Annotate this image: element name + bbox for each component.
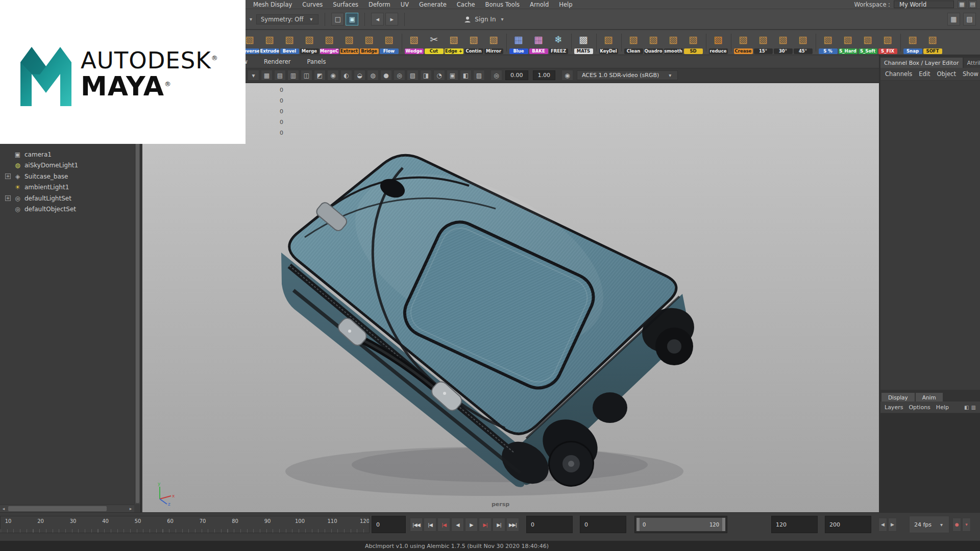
snap-icon[interactable]: ▸ bbox=[385, 13, 398, 26]
shelf-button[interactable]: ▧ Snap bbox=[903, 31, 922, 54]
menu-item[interactable]: Cache bbox=[452, 1, 480, 9]
shelf-button[interactable]: ▧ 15° bbox=[753, 31, 773, 54]
shelf-button[interactable]: ▧ S_Hard bbox=[838, 31, 857, 54]
shelf-button[interactable]: ✂ Cut bbox=[424, 31, 444, 54]
shelf-button[interactable]: ▧ Bridge bbox=[359, 31, 379, 54]
shelf-button[interactable]: ▦ BAKE bbox=[529, 31, 548, 54]
menu-item[interactable]: Arnold bbox=[525, 1, 554, 9]
layer-list[interactable] bbox=[880, 413, 980, 512]
viewport-display-icon[interactable]: ▧ bbox=[407, 70, 419, 81]
anim-start-field[interactable]: 0 bbox=[526, 516, 573, 533]
step-forward-key-button[interactable]: ▶| bbox=[479, 518, 492, 532]
selection-mode-icon[interactable]: ▣ bbox=[346, 13, 358, 26]
step-forward-frame-button[interactable]: ▶| bbox=[493, 518, 505, 532]
expand-toggle-icon[interactable]: + bbox=[5, 173, 11, 179]
step-back-frame-button[interactable]: |◀ bbox=[424, 518, 436, 532]
shelf-button[interactable]: ▧ Flow bbox=[379, 31, 399, 54]
shelf-button[interactable]: ▧ S % bbox=[818, 31, 838, 54]
menu-item[interactable]: Help bbox=[554, 1, 577, 9]
shelf-button[interactable]: ▧ S_Soft bbox=[858, 31, 877, 54]
channel-box-menu-item[interactable]: Show bbox=[963, 70, 978, 78]
exposure-field[interactable]: 0.00 bbox=[505, 70, 528, 80]
range-stepper-icon[interactable]: ▶ bbox=[888, 518, 897, 532]
channel-box-menu-item[interactable]: Object bbox=[937, 70, 956, 78]
shelf-button[interactable]: ▧ S_FIX bbox=[878, 31, 897, 54]
shelf-button[interactable]: ▧ 30° bbox=[773, 31, 793, 54]
layer-editor-tab[interactable]: Anim bbox=[916, 393, 943, 402]
current-frame-field[interactable]: 0 bbox=[372, 516, 406, 533]
menu-item[interactable]: Deform bbox=[363, 1, 396, 9]
shelf-button[interactable]: ▧ Extrude bbox=[260, 31, 279, 54]
layer-editor-tab[interactable]: Display bbox=[881, 393, 915, 402]
viewport-display-icon[interactable]: ▥ bbox=[287, 70, 299, 81]
shelf-button[interactable]: ▧ smooth bbox=[664, 31, 683, 54]
panel-menu-item[interactable]: Renderer bbox=[264, 58, 291, 65]
sidebar-toggle-icon[interactable]: ▦ bbox=[947, 13, 960, 26]
shelf-button[interactable]: ▧ Extract bbox=[339, 31, 359, 54]
layer-editor-menu-item[interactable]: Layers bbox=[885, 404, 903, 411]
menu-item[interactable]: Mesh Display bbox=[248, 1, 297, 9]
viewport-display-icon[interactable]: ◒ bbox=[354, 70, 365, 81]
range-stepper-icon[interactable]: ◀ bbox=[878, 518, 887, 532]
outliner-item[interactable]: + ◎ defaultObjectSet bbox=[0, 204, 133, 215]
layer-editor-menu-item[interactable]: Options bbox=[909, 404, 930, 411]
play-forwards-button[interactable]: ▶ bbox=[465, 518, 478, 532]
viewport-display-icon[interactable]: ▨ bbox=[473, 70, 485, 81]
scroll-left-icon[interactable]: ◂ bbox=[0, 506, 7, 511]
outliner-horizontal-scrollbar[interactable]: ◂ ▸ bbox=[0, 505, 134, 512]
section-collapse-icon[interactable]: ▾ bbox=[248, 16, 254, 22]
suitcase-3d-model[interactable] bbox=[265, 132, 704, 499]
shelf-button[interactable]: ▧ Clean bbox=[624, 31, 643, 54]
auto-key-icon[interactable]: ▾ bbox=[962, 518, 971, 532]
auto-key-icon[interactable]: ● bbox=[952, 518, 961, 532]
shelf-button[interactable]: ▧ Contin bbox=[464, 31, 483, 54]
range-slider[interactable]: 0 120 bbox=[634, 516, 727, 533]
channel-box-menu-item[interactable]: Channels bbox=[885, 70, 912, 78]
sign-in-button[interactable]: Sign In ▾ bbox=[460, 14, 509, 24]
menu-item[interactable]: Surfaces bbox=[328, 1, 363, 9]
shelf-button[interactable]: ▧ Quadro bbox=[644, 31, 663, 54]
shelf-button[interactable]: ▧ Crease bbox=[733, 31, 753, 54]
panel-menu-item[interactable]: Panels bbox=[307, 58, 326, 65]
range-slider-bar[interactable]: 0 120 bbox=[636, 518, 725, 531]
viewport-display-icon[interactable]: ◐ bbox=[340, 70, 352, 81]
shelf-button[interactable]: ▧ SD bbox=[683, 31, 703, 54]
shelf-button[interactable]: ▧ Edge + bbox=[444, 31, 463, 54]
shelf-button[interactable]: ❄ FREEZ bbox=[549, 31, 568, 54]
shelf-button[interactable]: ▧ SOFT bbox=[923, 31, 942, 54]
viewport-display-icon[interactable]: ◍ bbox=[367, 70, 379, 81]
menu-item[interactable]: Bonus Tools bbox=[480, 1, 525, 9]
layer-editor-icon[interactable]: ◧ bbox=[964, 405, 969, 410]
menu-item[interactable]: UV bbox=[396, 1, 414, 9]
viewport-display-icon[interactable]: ◎ bbox=[394, 70, 405, 81]
playback-end-field[interactable]: 120 bbox=[771, 516, 818, 533]
symmetry-dropdown[interactable]: Symmetry: Off ▾ bbox=[256, 14, 318, 24]
shelf-button[interactable]: ▧ reduce bbox=[708, 31, 728, 54]
sidebar-toggle-icon[interactable]: ▤ bbox=[963, 13, 976, 26]
menu-item[interactable]: Generate bbox=[414, 1, 452, 9]
tab-attribute-editor[interactable]: Attribute Editor bbox=[964, 58, 980, 68]
color-management-icon[interactable]: ◉ bbox=[561, 70, 573, 81]
scrollbar-track[interactable] bbox=[7, 505, 127, 512]
scroll-right-icon[interactable]: ▸ bbox=[127, 506, 134, 511]
go-to-end-button[interactable]: ▶▶| bbox=[506, 518, 519, 532]
workspace-selector[interactable]: My World bbox=[894, 1, 954, 8]
viewport-display-icon[interactable]: ● bbox=[380, 70, 392, 81]
colorspace-dropdown[interactable]: ACES 1.0 SDR-video (sRGB) ▾ bbox=[577, 70, 678, 80]
viewport-display-icon[interactable]: ▤ bbox=[274, 70, 286, 81]
shelf-button[interactable]: ▧ Mirror bbox=[484, 31, 503, 54]
anim-end-field[interactable]: 200 bbox=[825, 516, 871, 533]
menu-item[interactable]: Curves bbox=[297, 1, 328, 9]
selection-mode-icon[interactable]: □ bbox=[331, 13, 344, 26]
window-layout-icon[interactable]: ▦ bbox=[958, 1, 966, 8]
expand-toggle-icon[interactable]: + bbox=[5, 195, 11, 201]
fps-dropdown[interactable]: 24 fps ▾ bbox=[909, 516, 949, 533]
outliner-item[interactable]: + ◎ defaultLightSet bbox=[0, 193, 133, 204]
layer-editor-icon[interactable]: ▥ bbox=[971, 405, 976, 410]
gamma-field[interactable]: 1.00 bbox=[533, 70, 556, 80]
step-back-key-button[interactable]: |◀ bbox=[437, 518, 450, 532]
viewport-display-icon[interactable]: ◨ bbox=[420, 70, 432, 81]
go-to-start-button[interactable]: |◀◀ bbox=[410, 518, 423, 532]
shelf-button[interactable]: ▧ Wedge bbox=[404, 31, 424, 54]
viewport-display-icon[interactable]: ◫ bbox=[301, 70, 312, 81]
